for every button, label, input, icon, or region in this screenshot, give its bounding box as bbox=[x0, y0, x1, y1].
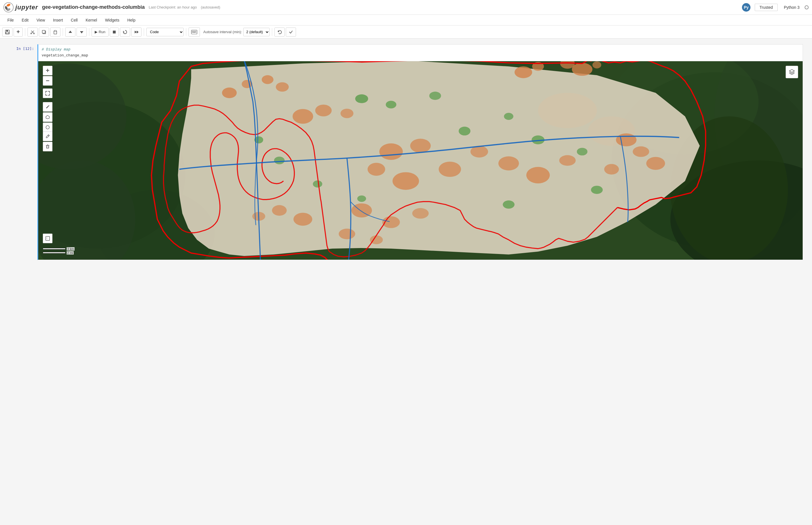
layers-icon bbox=[788, 68, 796, 76]
draw-line-button[interactable] bbox=[43, 102, 52, 112]
svg-point-83 bbox=[503, 200, 514, 209]
svg-point-66 bbox=[412, 208, 429, 219]
fullscreen-icon bbox=[45, 91, 50, 96]
toolbar-separator-4 bbox=[144, 28, 144, 36]
scale-3km-row: 3 km bbox=[43, 247, 75, 251]
draw-controls bbox=[43, 88, 52, 100]
edit-delete-controls bbox=[43, 132, 52, 151]
arrow-down-icon bbox=[79, 29, 84, 34]
validate-button[interactable] bbox=[286, 28, 296, 36]
trash-icon bbox=[45, 144, 50, 149]
svg-point-53 bbox=[367, 163, 385, 176]
svg-point-78 bbox=[504, 113, 513, 120]
svg-point-39 bbox=[222, 87, 237, 98]
scale-3km-label: 3 km bbox=[66, 247, 75, 251]
edit-icon bbox=[45, 134, 50, 139]
cut-button[interactable] bbox=[28, 28, 38, 36]
svg-rect-20 bbox=[193, 31, 194, 31]
checkpoint-text: Last Checkpoint: an hour ago bbox=[149, 5, 197, 9]
svg-point-76 bbox=[274, 156, 285, 164]
cell-input[interactable]: # Display map vegetation_change_map bbox=[38, 45, 803, 61]
svg-rect-89 bbox=[46, 146, 49, 148]
draw-circle-button[interactable] bbox=[43, 122, 52, 132]
cell-output: + − bbox=[38, 61, 803, 260]
menu-help[interactable]: Help bbox=[123, 16, 139, 24]
svg-rect-16 bbox=[55, 30, 56, 31]
edit-shapes-button[interactable] bbox=[43, 132, 52, 141]
svg-line-88 bbox=[48, 135, 49, 136]
circle-icon bbox=[45, 125, 50, 130]
jupyter-wordmark: jupyter bbox=[15, 4, 38, 11]
svg-rect-8 bbox=[6, 32, 9, 34]
keyboard-shortcuts-button[interactable] bbox=[189, 28, 200, 36]
move-up-button[interactable] bbox=[65, 28, 75, 36]
layers-button[interactable] bbox=[786, 66, 798, 78]
svg-point-48 bbox=[292, 109, 313, 124]
svg-point-37 bbox=[538, 93, 597, 128]
autosave-select[interactable]: 2 (default) 5 10 bbox=[243, 28, 270, 36]
menu-widgets[interactable]: Widgets bbox=[101, 16, 123, 24]
svg-point-58 bbox=[526, 167, 550, 183]
draw-polygon-button[interactable] bbox=[43, 112, 52, 122]
autosaved-text: (autosaved) bbox=[201, 5, 220, 9]
menu-cell[interactable]: Cell bbox=[67, 16, 82, 24]
save-button[interactable] bbox=[2, 28, 13, 36]
toolbar-separator-3 bbox=[89, 28, 89, 36]
zoom-in-button[interactable]: + bbox=[43, 66, 52, 75]
stop-button[interactable] bbox=[110, 28, 119, 36]
restart-icon bbox=[122, 29, 127, 34]
restart-run-button[interactable] bbox=[131, 28, 141, 36]
scale-3km-bar bbox=[43, 248, 65, 250]
scale-2mi-label: 2 mi bbox=[66, 251, 74, 255]
add-cell-button[interactable]: + bbox=[14, 28, 23, 36]
map-expand-button[interactable] bbox=[43, 234, 52, 243]
topbar: jupyter gee-vegetation-change-methods-co… bbox=[0, 0, 812, 15]
map-scale: 3 km 2 mi bbox=[43, 247, 75, 255]
undo-button[interactable] bbox=[274, 28, 285, 36]
svg-marker-96 bbox=[789, 70, 794, 72]
copy-icon bbox=[41, 29, 46, 34]
svg-point-51 bbox=[379, 143, 403, 160]
zoom-out-button[interactable]: − bbox=[43, 76, 52, 86]
svg-rect-17 bbox=[113, 31, 116, 33]
svg-point-59 bbox=[559, 155, 575, 166]
menu-edit[interactable]: Edit bbox=[18, 16, 33, 24]
svg-point-43 bbox=[515, 66, 532, 78]
paste-button[interactable] bbox=[50, 28, 60, 36]
delete-shapes-button[interactable] bbox=[43, 142, 52, 151]
svg-point-67 bbox=[294, 213, 312, 226]
menu-file[interactable]: File bbox=[3, 16, 18, 24]
svg-point-46 bbox=[572, 63, 592, 76]
svg-point-62 bbox=[646, 157, 665, 170]
menubar: File Edit View Insert Cell Kernel Widget… bbox=[0, 15, 812, 26]
svg-point-57 bbox=[498, 156, 519, 170]
toolbar-separator-2 bbox=[63, 28, 63, 36]
stop-icon bbox=[112, 30, 116, 34]
polygon-icon bbox=[45, 115, 50, 120]
svg-point-52 bbox=[410, 139, 431, 153]
svg-point-1 bbox=[6, 3, 11, 7]
restart-button[interactable] bbox=[120, 28, 130, 36]
menu-kernel[interactable]: Kernel bbox=[82, 16, 101, 24]
copy-button[interactable] bbox=[39, 28, 49, 36]
move-down-button[interactable] bbox=[77, 28, 87, 36]
cell-type-select[interactable]: Code Markdown Raw NBConvert bbox=[146, 28, 184, 36]
svg-rect-24 bbox=[193, 32, 195, 33]
svg-point-81 bbox=[591, 186, 602, 194]
trusted-button[interactable]: Trusted bbox=[755, 4, 778, 11]
autosave-label: Autosave interval (min): bbox=[203, 30, 242, 34]
menu-insert[interactable]: Insert bbox=[49, 16, 67, 24]
svg-marker-86 bbox=[46, 115, 49, 119]
svg-point-74 bbox=[429, 92, 441, 100]
svg-point-55 bbox=[439, 162, 461, 177]
cell-body: # Display map vegetation_change_map bbox=[37, 44, 803, 260]
code-comment-line: # Display map bbox=[42, 47, 70, 51]
menu-view[interactable]: View bbox=[33, 16, 49, 24]
svg-rect-14 bbox=[42, 30, 45, 33]
svg-point-50 bbox=[341, 108, 354, 118]
python-icon: Py bbox=[742, 3, 751, 12]
run-button[interactable]: ▶ Run bbox=[92, 28, 109, 36]
fullscreen-button[interactable] bbox=[43, 88, 52, 98]
map-zoom-controls: + − bbox=[43, 66, 52, 86]
svg-rect-23 bbox=[192, 32, 193, 33]
